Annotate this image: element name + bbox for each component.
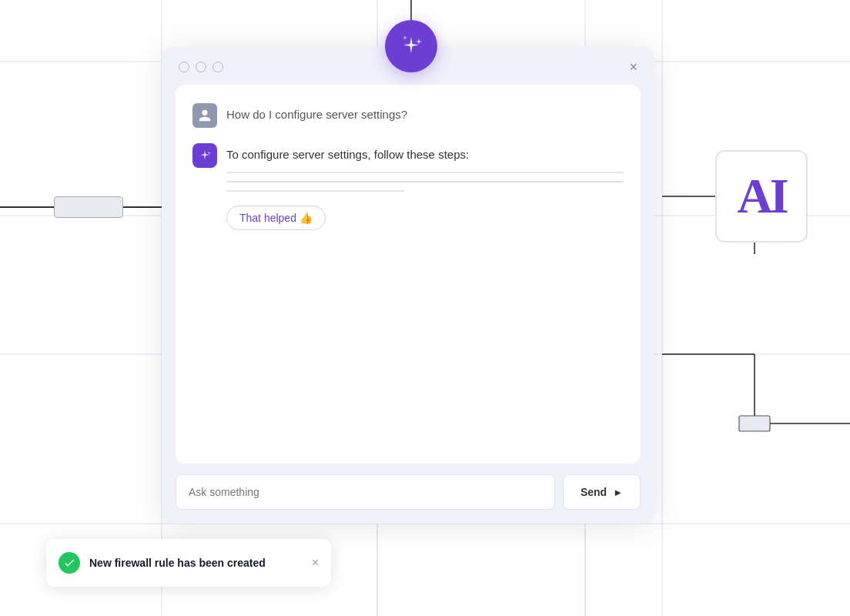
svg-marker-23 xyxy=(403,35,407,40)
send-button[interactable]: Send ► xyxy=(563,474,641,510)
ai-avatar xyxy=(192,143,217,168)
user-avatar xyxy=(192,103,217,128)
ai-content: To configure server settings, follow the… xyxy=(226,143,624,230)
user-message-text: How do I configure server settings? xyxy=(226,103,407,121)
ai-message-text: To configure server settings, follow the… xyxy=(226,143,624,161)
input-area: Send ► xyxy=(162,464,654,524)
toast-close-button[interactable]: × xyxy=(312,556,319,570)
svg-marker-24 xyxy=(200,150,209,159)
svg-marker-25 xyxy=(207,151,211,155)
window-dot-3 xyxy=(212,62,223,72)
toast-notification: New firewall rule has been created × xyxy=(46,539,331,587)
window-dots xyxy=(179,62,223,72)
window-dot-2 xyxy=(196,62,206,72)
toast-message: New firewall rule has been created xyxy=(89,557,303,569)
content-line-3 xyxy=(226,190,405,192)
ai-message: To configure server settings, follow the… xyxy=(192,143,624,230)
ask-input[interactable] xyxy=(176,474,555,510)
svg-marker-22 xyxy=(416,38,422,45)
left-circuit-component xyxy=(54,196,123,218)
svg-rect-16 xyxy=(739,416,770,431)
ai-content-lines xyxy=(226,172,624,192)
close-button[interactable]: × xyxy=(629,60,638,74)
window-dot-1 xyxy=(179,62,189,72)
that-helped-button[interactable]: That helped 👍 xyxy=(226,206,326,230)
svg-marker-21 xyxy=(403,37,419,53)
content-line-2 xyxy=(226,181,624,182)
ai-panel: AI xyxy=(715,150,808,243)
user-message: How do I configure server settings? xyxy=(192,103,624,128)
toast-success-icon xyxy=(59,552,80,574)
chat-content: How do I configure server settings? To c… xyxy=(176,85,641,464)
send-label: Send xyxy=(581,486,607,498)
ai-badge[interactable] xyxy=(385,20,437,72)
chat-window: × How do I configure server settings? xyxy=(162,46,654,524)
content-line-1 xyxy=(226,172,624,173)
send-arrow-icon: ► xyxy=(613,487,623,498)
ai-panel-label: AI xyxy=(737,172,785,221)
